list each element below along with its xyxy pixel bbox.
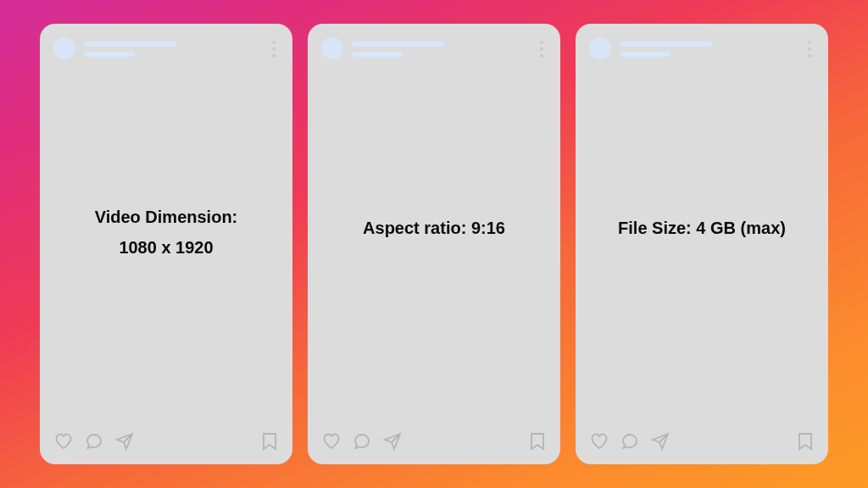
more-options-icon[interactable]	[806, 39, 813, 59]
spec-card-file-size: File Size: 4 GB (max)	[576, 24, 828, 464]
username-placeholder-line	[84, 42, 177, 47]
card-header	[53, 37, 279, 59]
comment-icon[interactable]	[84, 431, 104, 452]
spec-card-video-dimension: Video Dimension: 1080 x 1920	[40, 24, 292, 464]
bookmark-icon[interactable]	[796, 431, 815, 452]
avatar-placeholder	[53, 37, 75, 59]
card-footer	[589, 430, 815, 452]
spec-label: File Size: 4 GB (max)	[618, 217, 786, 239]
subtext-placeholder-line	[620, 52, 670, 57]
username-placeholder-line	[620, 42, 713, 47]
card-body: Aspect ratio: 9:16	[321, 59, 547, 430]
card-header	[589, 37, 815, 59]
card-body: File Size: 4 GB (max)	[589, 59, 815, 430]
share-icon[interactable]	[114, 431, 135, 452]
heart-icon[interactable]	[589, 431, 609, 452]
subtext-placeholder-line	[352, 52, 403, 57]
header-text-placeholder	[84, 40, 279, 57]
spec-label: Aspect ratio: 9:16	[363, 217, 505, 239]
bookmark-icon[interactable]	[528, 431, 547, 452]
avatar-placeholder	[321, 37, 343, 59]
header-text-placeholder	[352, 40, 547, 57]
username-placeholder-line	[352, 42, 445, 47]
more-options-icon[interactable]	[538, 39, 545, 59]
share-icon[interactable]	[382, 431, 403, 452]
more-options-icon[interactable]	[270, 39, 277, 59]
share-icon[interactable]	[650, 431, 670, 452]
spec-label: Video Dimension:	[95, 206, 238, 228]
spec-card-aspect-ratio: Aspect ratio: 9:16	[308, 24, 560, 464]
header-text-placeholder	[620, 40, 815, 57]
spec-value: 1080 x 1920	[119, 236, 213, 258]
heart-icon[interactable]	[53, 431, 74, 452]
subtext-placeholder-line	[84, 52, 135, 57]
avatar-placeholder	[589, 37, 611, 59]
card-footer	[53, 430, 279, 452]
comment-icon[interactable]	[620, 431, 640, 452]
card-footer	[321, 430, 547, 452]
card-header	[321, 37, 547, 59]
heart-icon[interactable]	[321, 431, 342, 452]
comment-icon[interactable]	[352, 431, 372, 452]
bookmark-icon[interactable]	[260, 431, 279, 452]
card-body: Video Dimension: 1080 x 1920	[53, 59, 279, 430]
